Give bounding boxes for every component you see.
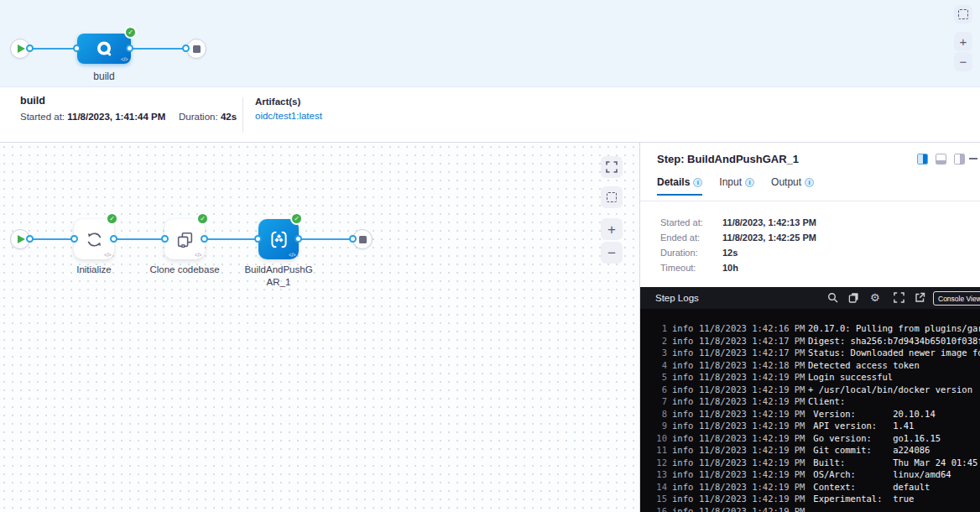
log-num: 2 [655, 335, 667, 347]
log-level: info [672, 322, 694, 335]
step-edge [112, 238, 166, 240]
detail-value: 11/8/2023, 1:42:25 PM [722, 232, 816, 243]
log-line: 12info11/8/2023 1:42:19 PM Built: Thu Ma… [655, 457, 980, 469]
canvas-zoom-out-button[interactable]: − [601, 242, 623, 264]
layout-split-right-icon[interactable] [917, 154, 928, 165]
artifact-link[interactable]: oidc/test1:latest [255, 111, 322, 121]
copy-icon [848, 292, 859, 303]
canvas-marquee-select-button[interactable] [601, 186, 623, 208]
log-num: 12 [655, 457, 667, 469]
log-search-button[interactable] [827, 292, 838, 303]
log-fullscreen-button[interactable] [894, 292, 904, 303]
log-msg: Context: default [808, 481, 980, 494]
stage-zoom-out-button[interactable]: − [954, 52, 972, 71]
edge-port [110, 235, 117, 243]
tab-output[interactable]: Output i [771, 176, 814, 196]
log-num: 5 [655, 371, 667, 384]
pipeline-execution-page: </> ✓ build + − build Started at: 11/8/2… [0, 0, 980, 512]
detail-value: 12s [722, 248, 816, 258]
success-badge-icon: ✓ [196, 212, 209, 225]
step-node-initialize[interactable]: </> [74, 219, 114, 259]
detail-label: Timeout: [660, 263, 722, 273]
detail-value: 11/8/2023, 1:42:13 PM [722, 217, 816, 227]
stage-marquee-select-button[interactable] [954, 5, 972, 24]
ci-stage-icon [95, 39, 113, 58]
success-badge-icon: ✓ [106, 212, 118, 225]
stop-icon [193, 45, 201, 53]
success-badge-icon: ✓ [290, 212, 303, 225]
open-in-new-icon [915, 292, 925, 303]
panel-minimize-button[interactable] [969, 158, 977, 159]
log-line: 1info11/8/2023 1:42:16 PM20.17.0: Pullin… [655, 322, 980, 335]
tab-details[interactable]: Details i [657, 176, 702, 196]
edge-port [201, 235, 208, 243]
log-level: info [672, 371, 694, 384]
log-time: 11/8/2023 1:42:19 PM [699, 457, 803, 469]
log-settings-button[interactable]: ⚙ [870, 292, 880, 303]
log-num: 9 [655, 420, 667, 432]
log-level: info [672, 505, 694, 512]
initialize-refresh-icon [85, 230, 104, 249]
step-node-buildandpushgar-1[interactable]: </> [258, 219, 299, 259]
console-view-button[interactable]: Console View [933, 291, 980, 306]
log-msg: Client: [808, 395, 980, 408]
log-open-in-new-button[interactable] [915, 292, 925, 303]
log-num: 7 [655, 395, 667, 408]
log-num: 15 [655, 493, 667, 505]
log-time: 11/8/2023 1:42:19 PM [699, 420, 803, 432]
log-level: info [672, 457, 694, 469]
log-time: 11/8/2023 1:42:19 PM [699, 384, 803, 396]
step-details-list: Started at: 11/8/2023, 1:42:13 PM Ended … [660, 215, 816, 275]
stage-edge [29, 48, 76, 50]
log-level: info [672, 335, 694, 347]
stage-info-bar: build Started at: 11/8/2023, 1:41:44 PM … [0, 87, 980, 143]
log-time: 11/8/2023 1:42:17 PM [699, 347, 803, 359]
detail-row: Duration: 12s [660, 245, 816, 260]
canvas-zoom-in-button[interactable]: + [601, 218, 623, 240]
artifacts-label: Artifact(s) [255, 97, 300, 107]
log-time: 11/8/2023 1:42:19 PM [699, 408, 803, 421]
expand-icon [894, 292, 904, 303]
log-line: 14info11/8/2023 1:42:19 PM Context: defa… [655, 481, 980, 494]
step-label: Initialize [52, 264, 136, 276]
log-msg: Login successful [808, 371, 980, 384]
log-lines[interactable]: 1info11/8/2023 1:42:16 PM20.17.0: Pullin… [640, 309, 980, 512]
step-node-clone-codebase[interactable]: </> [164, 219, 205, 259]
stage-zoom-in-button[interactable]: + [954, 32, 972, 51]
log-num: 6 [655, 384, 667, 396]
log-time: 11/8/2023 1:42:16 PM [699, 322, 803, 335]
edge-port [73, 44, 81, 52]
stage-duration: Duration: 42s [179, 112, 237, 122]
log-num: 16 [655, 505, 667, 512]
layout-float-icon[interactable] [954, 154, 965, 165]
log-num: 4 [655, 359, 667, 372]
code-chevron-icon: </> [195, 252, 201, 258]
info-icon: i [745, 178, 754, 187]
step-logs-title: Step Logs [655, 293, 699, 303]
log-copy-button[interactable] [848, 292, 859, 303]
stage-node-build[interactable]: </> [77, 34, 131, 64]
search-icon [827, 292, 838, 303]
divider [640, 201, 980, 201]
log-level: info [672, 359, 694, 372]
layout-split-bottom-icon[interactable] [936, 154, 946, 165]
started-value: 11/8/2023, 1:41:44 PM [67, 112, 165, 122]
log-msg: OS/Arch: linux/amd64 [808, 468, 980, 481]
log-level: info [672, 384, 694, 396]
log-line: 7info11/8/2023 1:42:19 PMClient: [655, 395, 980, 408]
log-msg [808, 505, 980, 512]
step-label-line: BuildAndPushG [244, 264, 312, 274]
log-time: 11/8/2023 1:42:19 PM [699, 481, 803, 494]
fullscreen-icon [606, 161, 618, 173]
edge-port [349, 235, 357, 243]
canvas-fullscreen-button[interactable] [601, 156, 623, 178]
code-chevron-icon: </> [289, 252, 295, 258]
tab-input[interactable]: Input i [719, 176, 754, 196]
gear-icon: ⚙ [870, 292, 880, 303]
log-line: 8info11/8/2023 1:42:19 PM Version: 20.10… [655, 408, 980, 421]
marquee-icon [607, 192, 617, 202]
detail-row: Started at: 11/8/2023, 1:42:13 PM [660, 215, 816, 230]
execution-graph-canvas[interactable]: </> ✓ Initialize </> ✓ Clone codebase [0, 143, 639, 512]
log-msg: Digest: sha256:b7d9434b65010f038f8ec [808, 335, 980, 347]
duration-value: 42s [221, 112, 237, 122]
